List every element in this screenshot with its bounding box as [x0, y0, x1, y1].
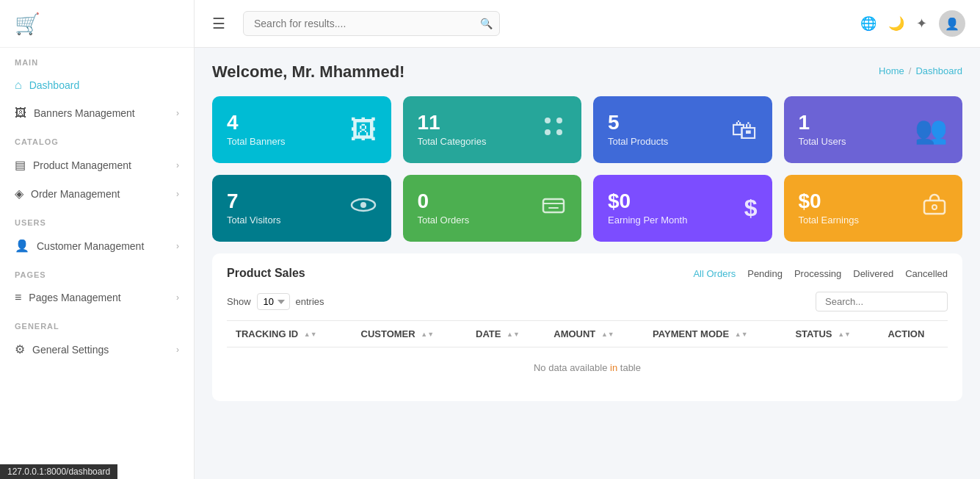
stat-card-categories-text: 11 Total Categories: [418, 112, 487, 147]
sidebar-item-order-management[interactable]: ◈ Order Management ›: [0, 179, 194, 208]
stat-card-earning-month-text: $0 Earning Per Month: [608, 191, 687, 226]
stat-card-categories: 11 Total Categories: [403, 96, 582, 163]
tab-delivered[interactable]: Delivered: [853, 268, 893, 279]
product-management-icon: ▤: [15, 158, 26, 172]
banners-chevron-icon: ›: [176, 108, 179, 118]
pages-management-icon: ≡: [15, 291, 21, 304]
table-search-input[interactable]: [816, 292, 948, 311]
sidebar-item-banners-label: Banners Management: [34, 107, 135, 119]
sort-date-icon: ▲▼: [507, 331, 520, 339]
stat-users-label: Total Users: [799, 136, 846, 147]
tab-pending[interactable]: Pending: [747, 268, 783, 279]
page-header: Welcome, Mr. Mhammed! Home / Dashboard: [212, 62, 962, 82]
stat-orders-icon: [540, 192, 567, 225]
dashboard-icon: ⌂: [15, 79, 22, 92]
entries-select[interactable]: 10 25 50: [257, 293, 290, 310]
banners-icon: 🖼: [15, 107, 26, 120]
sort-tracking-icon: ▲▼: [304, 331, 317, 339]
tab-processing[interactable]: Processing: [794, 268, 841, 279]
svg-rect-6: [543, 199, 564, 212]
sidebar-item-product-label: Product Management: [33, 159, 131, 171]
stat-card-earning-month: $0 Earning Per Month $: [593, 175, 772, 242]
product-sales-title: Product Sales: [227, 267, 305, 280]
col-tracking-id[interactable]: TRACKING ID ▲▼: [227, 321, 352, 347]
sidebar: 🛒 MAIN ⌂ Dashboard 🖼 Banners Management …: [0, 0, 195, 479]
stat-orders-number: 0: [418, 191, 470, 212]
stat-card-users-text: 1 Total Users: [799, 112, 846, 147]
col-date[interactable]: DATE ▲▼: [467, 321, 545, 347]
section-label-pages: PAGES: [0, 260, 194, 284]
stat-banners-number: 4: [227, 112, 286, 133]
stat-earning-month-label: Earning Per Month: [608, 215, 687, 226]
stat-card-visitors-text: 7 Total Visitors: [227, 191, 280, 226]
sidebar-item-product-management[interactable]: ▤ Product Management ›: [0, 151, 194, 179]
search-box: 🔍: [243, 11, 500, 36]
customer-chevron-icon: ›: [176, 241, 179, 251]
logo-area: 🛒: [0, 0, 194, 48]
stat-earning-month-number: $0: [608, 191, 687, 212]
sort-customer-icon: ▲▼: [421, 331, 434, 339]
stat-total-earnings-icon: [921, 192, 948, 225]
breadcrumb: Home / Dashboard: [879, 65, 962, 76]
sidebar-item-pages-left: ≡ Pages Management: [15, 291, 121, 304]
customer-management-icon: 👤: [15, 239, 29, 253]
col-payment-mode[interactable]: PAYMENT MODE ▲▼: [644, 321, 786, 347]
stat-categories-number: 11: [418, 112, 487, 133]
sidebar-section-main: MAIN ⌂ Dashboard 🖼 Banners Management ›: [0, 48, 194, 127]
col-customer[interactable]: CUSTOMER ▲▼: [352, 321, 468, 347]
product-sales-card: Product Sales All Orders Pending Process…: [212, 253, 962, 401]
sidebar-item-customer-management[interactable]: 👤 Customer Management ›: [0, 231, 194, 260]
dark-mode-icon[interactable]: 🌙: [888, 15, 904, 32]
sort-amount-icon: ▲▼: [601, 331, 614, 339]
sidebar-item-order-left: ◈ Order Management: [15, 187, 120, 201]
tab-cancelled[interactable]: Cancelled: [905, 268, 948, 279]
sidebar-item-dashboard[interactable]: ⌂ Dashboard: [0, 71, 194, 99]
svg-point-0: [545, 118, 551, 123]
sidebar-item-general-left: ⚙ General Settings: [15, 342, 109, 356]
sidebar-item-customer-left: 👤 Customer Management: [15, 239, 144, 253]
globe-icon[interactable]: 🌐: [860, 15, 876, 32]
stat-card-banners: 4 Total Banners 🖼: [212, 96, 391, 163]
pages-chevron-icon: ›: [176, 292, 179, 303]
stat-card-visitors: 7 Total Visitors: [212, 175, 391, 242]
order-management-icon: ◈: [15, 187, 23, 201]
stat-card-orders-text: 0 Total Orders: [418, 191, 470, 226]
stats-grid-row1: 4 Total Banners 🖼 11 Total Categories 5 …: [212, 96, 962, 163]
sidebar-item-pages-label: Pages Management: [29, 292, 120, 303]
product-chevron-icon: ›: [176, 160, 179, 170]
search-input[interactable]: [243, 11, 500, 36]
sidebar-section-pages: PAGES ≡ Pages Management ›: [0, 260, 194, 311]
col-amount[interactable]: AMOUNT ▲▼: [545, 321, 644, 347]
table-body: No data available in table: [227, 347, 948, 389]
avatar[interactable]: 👤: [939, 10, 965, 37]
svg-point-8: [932, 205, 937, 209]
stat-products-number: 5: [608, 112, 668, 133]
stat-card-banners-text: 4 Total Banners: [227, 112, 286, 147]
stats-grid-row2: 7 Total Visitors 0 Total Orders $0: [212, 175, 962, 242]
sidebar-item-banners[interactable]: 🖼 Banners Management ›: [0, 99, 194, 127]
hamburger-button[interactable]: ☰: [209, 12, 228, 35]
sidebar-item-customer-label: Customer Management: [37, 240, 144, 252]
col-action: ACTION: [879, 321, 948, 347]
sidebar-item-pages-management[interactable]: ≡ Pages Management ›: [0, 284, 194, 311]
stat-card-total-earnings: $0 Total Earnings: [784, 175, 963, 242]
breadcrumb-home[interactable]: Home: [879, 65, 904, 76]
breadcrumb-current: Dashboard: [915, 65, 962, 76]
entries-control: Show 10 25 50 entries: [227, 293, 324, 310]
section-label-catalog: CATALOG: [0, 127, 194, 151]
sidebar-item-general-settings[interactable]: ⚙ General Settings ›: [0, 335, 194, 364]
layout-icon[interactable]: ✦: [916, 15, 927, 32]
page-title: Welcome, Mr. Mhammed!: [212, 62, 404, 82]
tab-all-orders[interactable]: All Orders: [693, 268, 736, 279]
stat-orders-label: Total Orders: [418, 215, 470, 226]
stat-card-products-text: 5 Total Products: [608, 112, 668, 147]
product-sales-header: Product Sales All Orders Pending Process…: [227, 267, 948, 280]
svg-point-1: [556, 118, 562, 123]
url-bar: 127.0.0.1:8000/dashboard: [0, 464, 117, 479]
table-search: [816, 292, 948, 311]
table-header: TRACKING ID ▲▼ CUSTOMER ▲▼ DATE ▲▼ AMO: [227, 321, 948, 347]
table-controls: Show 10 25 50 entries: [227, 292, 948, 311]
stat-categories-icon: [540, 113, 567, 146]
col-status[interactable]: STATUS ▲▼: [786, 321, 879, 347]
sidebar-item-order-label: Order Management: [31, 188, 120, 200]
